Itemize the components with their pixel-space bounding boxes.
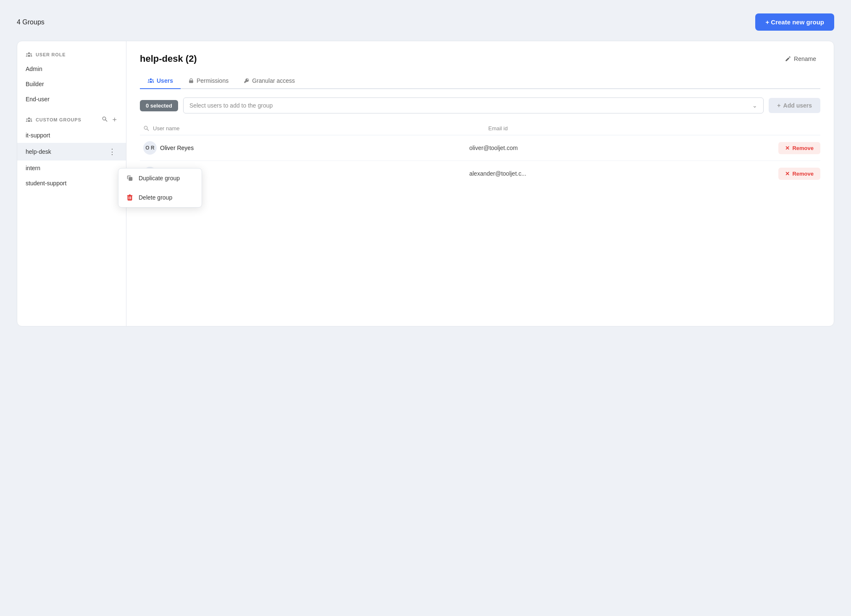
groups-count: 4 Groups [17, 18, 45, 26]
delete-icon [126, 194, 134, 201]
user-email: alexander@tooljet.c... [469, 170, 775, 177]
table-header: User name Email id [140, 122, 820, 135]
sidebar-item-label: student-support [26, 180, 66, 187]
user-name: Oliver Reyes [160, 145, 466, 151]
tab-permissions-label: Permissions [197, 77, 229, 84]
delete-group-label: Delete group [139, 194, 172, 201]
search-header-icon [143, 125, 150, 132]
sidebar-item-builder[interactable]: Builder [17, 76, 126, 92]
lock-icon [188, 78, 194, 84]
context-menu: Duplicate group Delete group [118, 168, 202, 208]
remove-x-icon: ✕ [785, 145, 790, 151]
sidebar-item-label: End-user [26, 96, 50, 103]
add-users-button[interactable]: + Add users [769, 98, 820, 113]
sidebar-item-label: intern [26, 165, 40, 171]
sidebar-item-admin[interactable]: Admin [17, 61, 126, 76]
selected-badge: 0 selected [140, 100, 178, 111]
sidebar-item-it-support[interactable]: it-support [17, 128, 126, 143]
sidebar-item-end-user[interactable]: End-user [17, 92, 126, 107]
remove-user-button[interactable]: ✕ Remove [778, 168, 820, 180]
duplicate-group-item[interactable]: Duplicate group [118, 168, 202, 188]
chevron-down-icon: ⌄ [752, 102, 757, 109]
add-users-label: Add users [783, 102, 812, 109]
sidebar-item-label: Admin [26, 66, 42, 72]
remove-user-button[interactable]: ✕ Remove [778, 142, 820, 154]
custom-groups-actions: + [101, 115, 118, 124]
user-select-row: 0 selected Select users to add to the gr… [140, 97, 820, 113]
group-title: help-desk (2) [140, 53, 197, 64]
duplicate-icon [126, 174, 134, 182]
rename-icon [785, 55, 791, 62]
table-row: A R ...ramirez alexander@tooljet.c... ✕ … [140, 161, 820, 186]
custom-groups-section: CUSTOM GROUPS + it-support help-desk ⋮ [17, 115, 126, 191]
remove-label: Remove [792, 145, 814, 151]
sidebar-item-intern[interactable]: intern [17, 161, 126, 176]
user-role-header: USER ROLE [17, 51, 126, 61]
user-email: oliver@tooljet.com [469, 145, 775, 151]
delete-group-item[interactable]: Delete group [118, 188, 202, 207]
tab-granular-access-label: Granular access [252, 77, 295, 84]
create-new-group-button[interactable]: + Create new group [755, 13, 834, 31]
sidebar-item-label: Builder [26, 81, 44, 87]
col-username-header: User name [153, 125, 485, 132]
users-icon [26, 51, 32, 58]
user-select-dropdown[interactable]: Select users to add to the group ⌄ [183, 97, 764, 113]
custom-groups-header: CUSTOM GROUPS + [17, 115, 126, 128]
tabs: Users Permissions Granular access [140, 73, 820, 89]
user-role-section: USER ROLE Admin Builder End-user [17, 51, 126, 107]
search-groups-button[interactable] [101, 115, 109, 124]
user-role-label: USER ROLE [36, 52, 66, 57]
granular-icon [244, 78, 250, 84]
rename-button[interactable]: Rename [780, 53, 820, 65]
users-tab-icon [147, 77, 154, 84]
three-dots-button[interactable]: ⋮ [107, 147, 118, 156]
avatar: O R [143, 141, 157, 155]
sidebar-item-help-desk[interactable]: help-desk ⋮ Duplicate group Delete group [17, 143, 126, 161]
sidebar-item-label: help-desk [26, 148, 51, 155]
remove-x-icon: ✕ [785, 171, 790, 177]
content-header: help-desk (2) Rename [140, 53, 820, 65]
tab-permissions[interactable]: Permissions [181, 73, 236, 89]
content-area: help-desk (2) Rename Users Permissions G… [126, 41, 834, 326]
custom-groups-icon [26, 116, 32, 123]
add-group-button[interactable]: + [111, 115, 118, 124]
tab-granular-access[interactable]: Granular access [236, 73, 302, 89]
sidebar-item-student-support[interactable]: student-support [17, 176, 126, 191]
rename-label: Rename [794, 55, 816, 62]
sidebar-item-label: it-support [26, 132, 50, 139]
custom-groups-label: CUSTOM GROUPS [36, 117, 81, 122]
col-email-header: Email id [489, 125, 821, 132]
table-row: O R Oliver Reyes oliver@tooljet.com ✕ Re… [140, 135, 820, 161]
remove-label: Remove [792, 171, 814, 177]
main-card: USER ROLE Admin Builder End-user CUSTOM … [17, 41, 834, 326]
sidebar: USER ROLE Admin Builder End-user CUSTOM … [17, 41, 126, 326]
select-placeholder: Select users to add to the group [189, 102, 273, 109]
add-users-icon: + [777, 102, 780, 109]
tab-users[interactable]: Users [140, 73, 181, 89]
tab-users-label: Users [157, 77, 173, 84]
duplicate-group-label: Duplicate group [139, 175, 180, 182]
user-name: ...ramirez [160, 170, 466, 177]
top-bar: 4 Groups + Create new group [17, 13, 834, 31]
